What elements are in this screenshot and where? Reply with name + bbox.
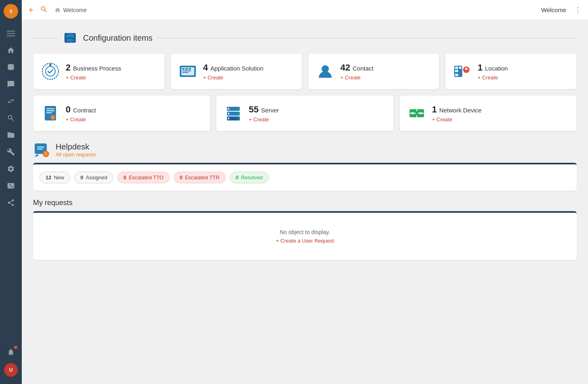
app-solution-name: Application Solution	[210, 65, 264, 72]
badge-new[interactable]: 12 New	[39, 172, 70, 183]
server-name: Server	[261, 107, 279, 114]
sidebar-item-menu[interactable]	[3, 26, 19, 41]
network-device-name: Network Device	[439, 107, 482, 114]
server-icon	[224, 104, 243, 123]
helpdesk-subtitle[interactable]: All open requests	[56, 152, 96, 158]
config-cards-row1: 2 Business Process + Create	[33, 53, 577, 89]
svg-rect-43	[228, 118, 229, 119]
app-solution-create[interactable]: + Create	[203, 75, 264, 81]
svg-rect-20	[182, 71, 191, 71]
contract-create[interactable]: + Create	[66, 116, 96, 122]
contract-name: Contract	[73, 107, 96, 114]
badge-new-count: 12	[46, 174, 51, 181]
badge-new-label: New	[54, 174, 64, 181]
badge-tto-count: 0	[123, 174, 126, 181]
my-requests-title: My requests	[33, 199, 577, 207]
badge-ttr-count: 0	[180, 174, 183, 181]
svg-rect-31	[46, 108, 54, 109]
card-count-name-contact: 42 Contact	[341, 62, 374, 73]
card-location-body: 1 Location + Create	[478, 62, 508, 81]
badge-tto-label: Escalated TTO	[129, 174, 163, 181]
create-user-request-link[interactable]: + Create a User Request	[39, 238, 570, 244]
card-network-device-body: 1 Network Device + Create	[432, 104, 482, 122]
server-create[interactable]: + Create	[249, 116, 279, 122]
network-device-create[interactable]: + Create	[432, 116, 482, 122]
add-button[interactable]: +	[28, 6, 33, 15]
breadcrumb: Welcome	[54, 7, 87, 13]
card-contract: ! 0 Contract + Create	[33, 95, 210, 131]
sidebar-item-share[interactable]	[3, 195, 19, 210]
sidebar-item-tools2[interactable]	[3, 110, 19, 126]
sidebar-item-arrows[interactable]	[3, 93, 19, 109]
content-area: Configuration items 2 Busin	[22, 20, 588, 384]
badge-resolved-label: Resolved	[241, 174, 263, 181]
badge-escalated-tto[interactable]: 0 Escalated TTO	[117, 172, 169, 183]
sidebar-item-wrench[interactable]	[3, 144, 19, 160]
helpdesk-header: ! Helpdesk All open requests	[33, 141, 577, 159]
sidebar-item-chat[interactable]	[3, 77, 19, 92]
config-section-header: Configuration items	[33, 30, 577, 46]
svg-rect-3	[7, 33, 15, 34]
card-server-body: 55 Server + Create	[249, 104, 279, 122]
business-process-create[interactable]: + Create	[66, 75, 121, 81]
location-name: Location	[485, 65, 508, 72]
sidebar-item-settings[interactable]	[3, 161, 19, 176]
card-business-process-body: 2 Business Process + Create	[66, 62, 121, 81]
svg-rect-26	[459, 66, 461, 69]
svg-point-41	[237, 113, 239, 114]
sidebar-bottom: U	[3, 345, 19, 380]
card-application-solution: 4 Application Solution + Create	[170, 53, 302, 89]
server-count: 55	[249, 104, 258, 115]
badge-assigned-count: 0	[80, 174, 83, 181]
svg-rect-4	[7, 35, 15, 36]
location-count: 1	[478, 62, 482, 73]
svg-point-38	[237, 108, 239, 110]
sidebar-item-database[interactable]	[3, 60, 19, 75]
card-contact: 42 Contact + Create	[308, 53, 440, 89]
sidebar-bell-icon[interactable]	[3, 345, 19, 360]
helpdesk-title: Helpdesk	[56, 142, 96, 152]
card-count-name-app: 4 Application Solution	[203, 62, 264, 73]
sidebar-item-home[interactable]	[3, 43, 19, 58]
welcome-text: Welcome	[541, 6, 566, 13]
svg-rect-18	[185, 68, 188, 70]
card-count-name-network: 1 Network Device	[432, 104, 482, 115]
svg-point-11	[66, 39, 74, 42]
svg-point-47	[420, 112, 422, 114]
network-device-count: 1	[432, 104, 437, 115]
card-contact-body: 42 Contact + Create	[341, 62, 374, 81]
config-section-title: Configuration items	[83, 33, 152, 43]
svg-rect-37	[228, 108, 229, 110]
sidebar-logo[interactable]: S	[4, 4, 18, 19]
application-solution-icon	[178, 62, 197, 81]
svg-point-14	[49, 64, 52, 66]
user-avatar[interactable]: U	[4, 363, 18, 377]
card-app-solution-body: 4 Application Solution + Create	[203, 62, 264, 81]
location-create[interactable]: + Create	[478, 75, 508, 81]
svg-rect-33	[46, 112, 52, 113]
business-process-icon	[41, 62, 60, 81]
svg-rect-52	[37, 149, 43, 149]
contact-create[interactable]: + Create	[341, 75, 374, 81]
badge-resolved[interactable]: 0 Resolved	[230, 172, 269, 183]
badge-escalated-ttr[interactable]: 0 Escalated TTR	[174, 172, 226, 183]
search-button[interactable]	[40, 5, 48, 15]
svg-text:!: !	[45, 152, 46, 156]
card-network-device: 1 Network Device + Create	[399, 95, 577, 131]
sidebar-item-folder[interactable]	[3, 127, 19, 143]
svg-point-44	[237, 118, 239, 119]
contact-name: Contact	[353, 65, 374, 72]
card-business-process: 2 Business Process + Create	[33, 53, 165, 89]
topbar-menu-dots[interactable]: ⋮	[574, 6, 582, 15]
section-line-right	[157, 38, 577, 38]
sidebar-item-terminal[interactable]	[3, 178, 19, 193]
main-area: + Welcome Welcome ⋮ Configuration item	[22, 0, 588, 384]
svg-rect-19	[189, 68, 191, 70]
topbar: + Welcome Welcome ⋮	[22, 0, 588, 20]
svg-rect-2	[7, 31, 15, 31]
network-device-icon	[407, 104, 426, 123]
badge-assigned[interactable]: 0 Assigned	[74, 172, 113, 183]
config-section-icon	[62, 30, 78, 46]
card-location: 1 Location + Create	[445, 53, 577, 89]
helpdesk-box: 12 New 0 Assigned 0 Escalated TTO 0 Esca…	[33, 163, 577, 191]
